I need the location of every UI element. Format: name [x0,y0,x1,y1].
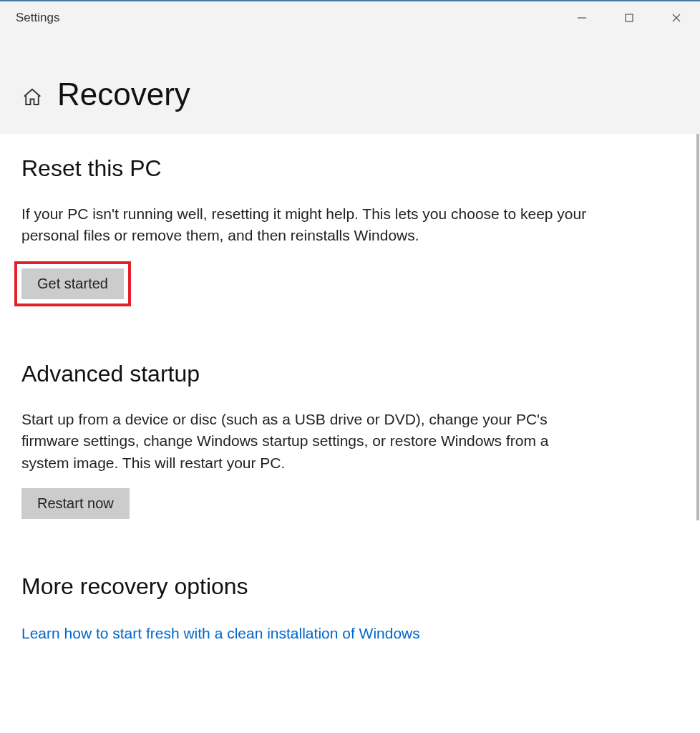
reset-description: If your PC isn't running well, resetting… [21,203,587,247]
content-area: Reset this PC If your PC isn't running w… [0,134,700,727]
svg-rect-1 [626,14,633,21]
more-recovery-section: More recovery options Learn how to start… [21,573,679,642]
maximize-button[interactable] [606,1,653,34]
maximize-icon [624,13,634,23]
advanced-startup-section: Advanced startup Start up from a device … [21,361,679,519]
scrollbar-thumb[interactable] [696,134,699,520]
window-title: Settings [16,11,59,25]
page-title: Recovery [57,77,190,112]
close-button[interactable] [653,1,700,34]
reset-heading: Reset this PC [21,155,679,182]
fresh-install-link[interactable]: Learn how to start fresh with a clean in… [21,625,420,641]
more-heading: More recovery options [21,573,679,600]
home-icon[interactable] [21,87,43,108]
advanced-description: Start up from a device or disc (such as … [21,409,587,474]
advanced-heading: Advanced startup [21,361,679,387]
minimize-icon [577,13,587,23]
titlebar: Settings [0,1,700,34]
window-controls [558,1,700,34]
minimize-button[interactable] [558,1,606,34]
get-started-button[interactable]: Get started [21,268,124,299]
reset-section: Reset this PC If your PC isn't running w… [21,155,679,306]
close-icon [671,13,681,23]
restart-now-button[interactable]: Restart now [21,488,130,519]
page-header: Recovery [0,34,700,134]
highlight-annotation: Get started [14,261,131,306]
